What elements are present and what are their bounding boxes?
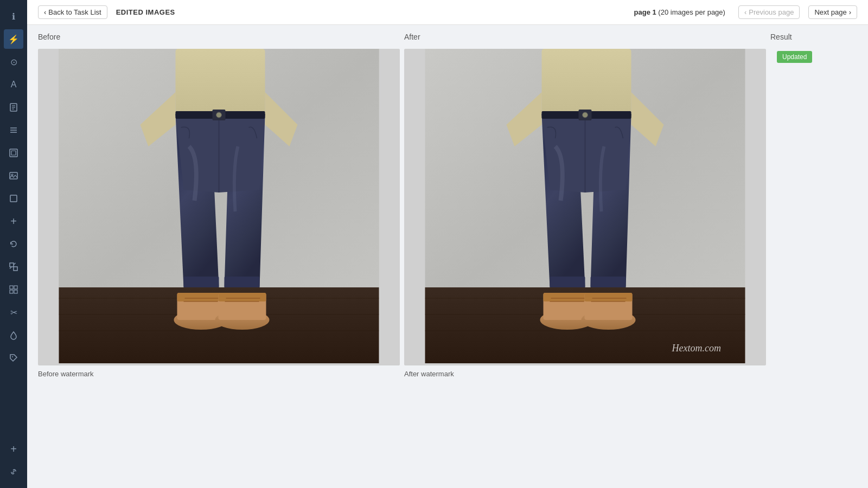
- after-image: Hextom.com: [404, 49, 766, 363]
- page-title: EDITED IMAGES: [116, 8, 175, 16]
- result-cell: Updated: [770, 47, 857, 65]
- watermark-text: Hextom.com: [672, 343, 721, 354]
- svg-rect-27: [176, 49, 265, 119]
- svg-point-10: [11, 174, 13, 176]
- flash-icon[interactable]: ⚡: [4, 29, 23, 49]
- chevron-left-icon: ‹: [744, 8, 746, 16]
- tag-icon[interactable]: [4, 348, 23, 368]
- result-column-header: Result: [770, 33, 857, 41]
- svg-rect-12: [10, 263, 14, 267]
- image-icon[interactable]: [4, 166, 23, 185]
- chevron-right-icon: ›: [849, 8, 851, 16]
- back-to-task-list-button[interactable]: ‹ Back to Task List: [38, 5, 107, 19]
- document-icon[interactable]: [4, 98, 23, 117]
- updated-badge: Updated: [777, 51, 812, 63]
- svg-rect-8: [11, 151, 16, 155]
- after-column-header: After: [404, 33, 770, 41]
- grid-icon[interactable]: [4, 280, 23, 299]
- list-icon[interactable]: [4, 120, 23, 140]
- header-bar: ‹ Back to Task List EDITED IMAGES page 1…: [27, 0, 868, 25]
- svg-rect-11: [10, 195, 17, 202]
- box-icon[interactable]: [4, 189, 23, 208]
- before-image-caption: Before watermark: [38, 370, 400, 378]
- before-image-cell: Before watermark: [38, 47, 404, 380]
- column-headers: Before After Result: [27, 25, 868, 47]
- svg-rect-30: [225, 277, 260, 287]
- svg-rect-13: [14, 267, 17, 271]
- before-column-header: Before: [38, 33, 404, 41]
- before-image: [38, 49, 400, 363]
- svg-rect-55: [544, 293, 591, 301]
- page-number: page 1: [634, 8, 656, 16]
- page-icon[interactable]: [4, 143, 23, 163]
- add-icon[interactable]: +: [4, 211, 23, 231]
- svg-rect-51: [550, 277, 585, 287]
- before-image-wrapper: [38, 49, 400, 365]
- transform-icon[interactable]: [4, 257, 23, 277]
- next-btn-label: Next page: [814, 8, 846, 16]
- svg-rect-60: [585, 293, 633, 301]
- sidebar: ℹ ⚡ ⊙ A + ✂ +: [0, 0, 27, 488]
- svg-rect-49: [542, 49, 631, 119]
- svg-rect-38: [219, 293, 266, 301]
- back-btn-label: Back to Task List: [48, 8, 101, 16]
- svg-point-20: [12, 356, 13, 357]
- svg-point-65: [583, 112, 588, 118]
- add-bottom-icon[interactable]: +: [4, 439, 23, 459]
- after-image-caption: After watermark: [404, 370, 766, 378]
- svg-rect-9: [10, 172, 17, 179]
- svg-rect-18: [10, 290, 13, 293]
- after-image-wrapper: Hextom.com: [404, 49, 766, 365]
- prev-btn-label: Previous page: [749, 8, 794, 16]
- next-page-button[interactable]: Next page ›: [808, 5, 857, 19]
- svg-rect-29: [184, 277, 219, 287]
- svg-rect-16: [10, 286, 13, 289]
- pagination-info: page 1 (20 images per page): [634, 8, 725, 16]
- svg-rect-52: [591, 277, 626, 287]
- svg-rect-19: [14, 290, 17, 293]
- content-area: Before After Result: [27, 25, 868, 488]
- svg-point-43: [216, 112, 222, 118]
- scissors-icon[interactable]: ✂: [4, 303, 23, 322]
- previous-page-button[interactable]: ‹ Previous page: [738, 5, 800, 19]
- undo-icon[interactable]: [4, 234, 23, 254]
- link-icon[interactable]: [4, 462, 23, 481]
- svg-rect-33: [177, 293, 225, 301]
- svg-rect-7: [10, 149, 17, 157]
- main-content: ‹ Back to Task List EDITED IMAGES page 1…: [27, 0, 868, 488]
- after-image-cell: Hextom.com After watermark: [404, 47, 770, 380]
- drop-icon[interactable]: [4, 325, 23, 345]
- text-icon[interactable]: A: [4, 75, 23, 94]
- chevron-left-icon: ‹: [44, 8, 46, 16]
- info-icon[interactable]: ℹ: [4, 7, 23, 26]
- table-row: Before watermark: [27, 47, 868, 380]
- clock-icon[interactable]: ⊙: [4, 52, 23, 72]
- svg-rect-17: [14, 286, 17, 289]
- pagination-detail: (20 images per page): [658, 8, 725, 16]
